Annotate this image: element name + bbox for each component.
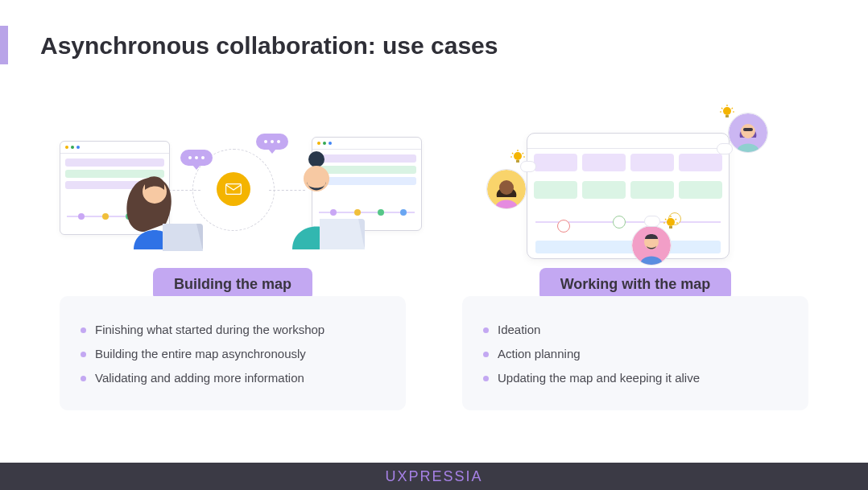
list-item: Action planning <box>483 344 787 364</box>
footer-bar: UXPRESSIA <box>0 463 868 490</box>
svg-point-17 <box>667 218 675 226</box>
thought-bubble-icon <box>717 143 733 154</box>
thought-bubble-icon <box>644 216 660 227</box>
column-building: Building the map Finishing what started … <box>60 121 406 410</box>
brand-logo: UXPRESSIA <box>385 468 482 485</box>
svg-rect-14 <box>725 115 729 117</box>
journey-map-window <box>527 133 730 259</box>
person-man-icon <box>281 145 378 253</box>
accent-bar <box>0 26 8 64</box>
svg-point-13 <box>723 107 731 115</box>
column-working: Working with the map Ideation Action pla… <box>462 121 808 410</box>
slide-title: Asynchronous collaboration: use cases <box>40 32 498 60</box>
content-row: Building the map Finishing what started … <box>0 121 868 410</box>
avatar-woman-icon <box>486 169 527 209</box>
svg-rect-12 <box>743 128 753 131</box>
panel-body-working: Ideation Action planning Updating the ma… <box>462 296 808 410</box>
envelope-icon <box>217 172 250 206</box>
svg-rect-0 <box>226 184 242 195</box>
list-item: Updating the map and keeping it alive <box>483 369 787 388</box>
illustration-building <box>60 121 406 253</box>
slide: Asynchronous collaboration: use cases <box>0 0 868 490</box>
avatar-man-icon <box>631 225 672 266</box>
illustration-working <box>462 121 808 253</box>
list-item: Building the entire map asynchronously <box>81 344 385 364</box>
svg-point-3 <box>308 151 324 167</box>
svg-point-4 <box>304 166 329 191</box>
list-item: Validating and adding more information <box>81 369 385 388</box>
list-item: Finishing what started during the worksh… <box>81 320 385 340</box>
svg-point-7 <box>499 180 514 195</box>
lightbulb-icon <box>510 150 525 164</box>
person-woman-icon <box>116 153 205 253</box>
svg-rect-9 <box>516 160 519 163</box>
lightbulb-icon <box>720 105 734 119</box>
lightbulb-icon <box>663 216 678 230</box>
list-item: Ideation <box>483 320 787 340</box>
panel-body-building: Finishing what started during the worksh… <box>60 296 406 410</box>
svg-point-8 <box>514 152 522 160</box>
svg-rect-18 <box>669 226 672 229</box>
